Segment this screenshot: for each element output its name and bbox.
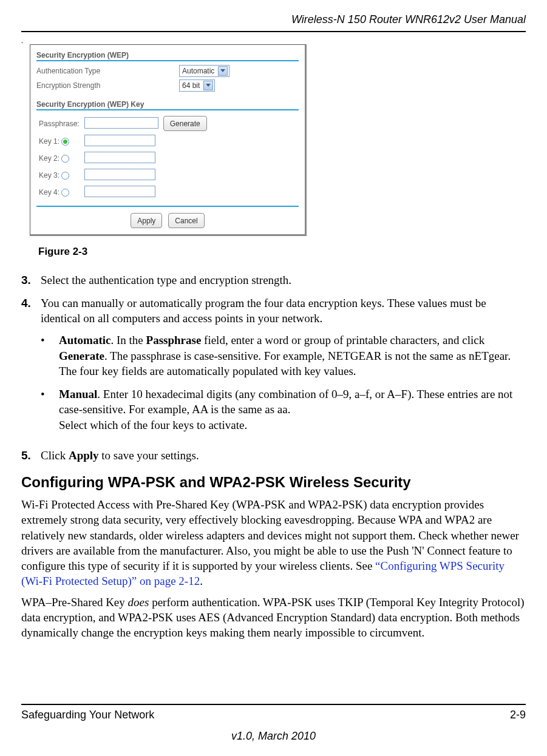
paragraph-1: Wi-Fi Protected Access with Pre-Shared K… (21, 497, 526, 588)
bullet-body: Automatic. In the Passphrase field, ente… (59, 332, 526, 379)
wep-key-table: Passphrase: Generate Key 1: Key 2: Key 3… (36, 114, 209, 201)
text: Click (41, 449, 69, 462)
enc-strength-value: 64 bit (182, 81, 200, 90)
key2-label: Key 2: (39, 154, 59, 163)
key4-row: Key 4: (36, 184, 209, 201)
section-heading: Configuring WPA-PSK and WPA2-PSK Wireles… (21, 474, 526, 491)
footer-rule (21, 704, 526, 705)
paragraph-2: WPA–Pre-Shared Key does perform authenti… (21, 595, 526, 640)
divider (36, 60, 299, 61)
text: to save your settings. (99, 449, 199, 462)
generate-button[interactable]: Generate (163, 116, 207, 131)
footer-page-number: 2-9 (510, 709, 526, 721)
sub-bullets: • Automatic. In the Passphrase field, en… (41, 332, 526, 433)
field-name: Passphrase (146, 334, 202, 346)
passphrase-input[interactable] (84, 117, 158, 129)
figure-label: Figure 2-3 (38, 246, 526, 258)
apply-button[interactable]: Apply (131, 213, 162, 228)
bullet-manual: • Manual. Enter 10 hexadecimal digits (a… (41, 386, 526, 433)
wep-settings-screenshot: Security Encryption (WEP) Authentication… (30, 44, 307, 236)
key3-label: Key 3: (39, 171, 59, 180)
lead-term: Automatic (59, 334, 110, 346)
emphasis: does (128, 596, 149, 609)
passphrase-row: Passphrase: Generate (36, 114, 209, 133)
divider (36, 206, 299, 207)
key1-row: Key 1: (36, 133, 209, 150)
auth-type-select[interactable]: Automatic (179, 65, 229, 77)
step-3: 3. Select the authentication type and en… (21, 272, 526, 288)
key1-radio[interactable] (61, 138, 69, 146)
key4-input[interactable] (84, 186, 155, 197)
text: WPA–Pre-Shared Key (21, 596, 128, 609)
text: . In the (110, 334, 146, 346)
text: Select which of the four keys to activat… (59, 419, 247, 431)
key1-label: Key 1: (39, 137, 59, 146)
text: . (200, 575, 203, 587)
step-number: 3. (21, 272, 41, 288)
section-title-wep: Security Encryption (WEP) (36, 51, 299, 59)
auth-type-label: Authentication Type (36, 67, 179, 75)
bullet-marker: • (41, 332, 59, 379)
passphrase-label: Passphrase: (36, 114, 82, 133)
button-row: Apply Cancel (36, 213, 299, 228)
chevron-down-icon (203, 81, 213, 90)
button-name: Apply (69, 449, 99, 462)
enc-strength-label: Encryption Strength (36, 81, 179, 90)
bullet-marker: • (41, 386, 59, 433)
button-name: Generate (59, 349, 104, 362)
text: . The passphrase is case-sensitive. For … (59, 349, 511, 378)
enc-strength-select[interactable]: 64 bit (179, 79, 215, 92)
text: . Enter 10 hexadecimal digits (any combi… (59, 388, 512, 416)
footer-version: v1.0, March 2010 (21, 730, 526, 743)
key2-row: Key 2: (36, 150, 209, 167)
step-body: You can manually or automatically progra… (41, 295, 526, 440)
key4-label: Key 4: (39, 188, 59, 197)
footer-section-title: Safeguarding Your Network (21, 709, 154, 721)
key2-input[interactable] (84, 152, 155, 163)
lead-term: Manual (59, 388, 97, 400)
page-footer: Safeguarding Your Network 2-9 v1.0, Marc… (21, 704, 526, 743)
header-rule (21, 31, 526, 32)
step-number: 4. (21, 295, 41, 440)
continuation-dot: . (21, 38, 526, 43)
key3-input[interactable] (84, 169, 155, 180)
step-body: Click Apply to save your settings. (41, 448, 526, 464)
section-title-wep-key: Security Encryption (WEP) Key (36, 100, 299, 109)
step-5: 5. Click Apply to save your settings. (21, 448, 526, 464)
figure-wrap: Security Encryption (WEP) Authentication… (30, 44, 526, 258)
key2-radio[interactable] (61, 155, 69, 163)
chevron-down-icon (218, 66, 228, 76)
key1-input[interactable] (84, 135, 155, 146)
steps-list: 3. Select the authentication type and en… (21, 272, 526, 463)
step-4-text: You can manually or automatically progra… (41, 297, 486, 325)
running-header: Wireless-N 150 Router WNR612v2 User Manu… (21, 13, 526, 26)
auth-type-value: Automatic (182, 67, 214, 75)
enc-strength-row: Encryption Strength 64 bit (36, 79, 299, 92)
auth-type-row: Authentication Type Automatic (36, 65, 299, 77)
step-4: 4. You can manually or automatically pro… (21, 295, 526, 440)
key3-radio[interactable] (61, 172, 69, 180)
key3-row: Key 3: (36, 167, 209, 184)
text: field, enter a word or group of printabl… (201, 334, 484, 346)
divider (36, 109, 299, 110)
bullet-automatic: • Automatic. In the Passphrase field, en… (41, 332, 526, 379)
step-body: Select the authentication type and encry… (41, 272, 526, 288)
step-number: 5. (21, 448, 41, 464)
cancel-button[interactable]: Cancel (168, 213, 204, 228)
bullet-body: Manual. Enter 10 hexadecimal digits (any… (59, 386, 526, 433)
key4-radio[interactable] (61, 189, 69, 197)
